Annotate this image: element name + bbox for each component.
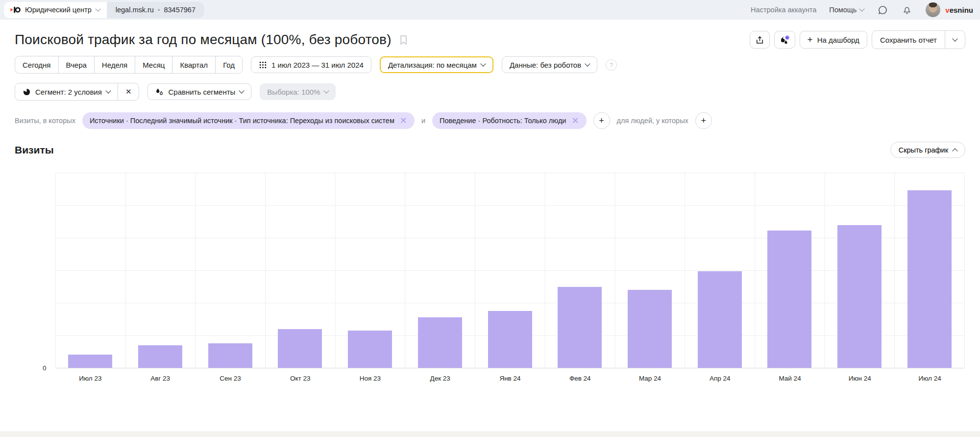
condition-chip[interactable]: Источники · Последний значимый источник … bbox=[82, 112, 415, 129]
segment-label: Сегмент: 2 условия bbox=[35, 88, 102, 96]
add-to-dashboard-button[interactable]: + На дашборд bbox=[800, 31, 867, 49]
chevron-down-icon bbox=[239, 88, 245, 93]
user-menu[interactable]: vesninu bbox=[926, 2, 973, 17]
chart-bar-Апр 24[interactable] bbox=[698, 271, 742, 368]
x-axis-label: Сен 23 bbox=[196, 375, 266, 382]
compare-segments-label: Сравнить сегменты bbox=[168, 88, 235, 96]
visits-condition-label: Визиты, в которых bbox=[15, 117, 75, 125]
segment-row: Сегмент: 2 условия ✕ Сравнить сегменты В… bbox=[15, 83, 965, 101]
period-button-0[interactable]: Сегодня bbox=[15, 56, 58, 73]
period-button-1[interactable]: Вчера bbox=[58, 56, 94, 73]
counter-selector-group: Юридический центр legal.msk.ru • 8345796… bbox=[4, 2, 204, 18]
ai-assistant-button[interactable] bbox=[774, 31, 795, 49]
add-people-condition-button[interactable]: + bbox=[695, 112, 712, 129]
visits-bar-chart: 0 Июл 23Авг 23Сен 23Окт 23Ноя 23Дек 23Ян… bbox=[41, 173, 965, 382]
account-settings-link[interactable]: Настройка аккаунта bbox=[751, 6, 816, 14]
period-button-3[interactable]: Месяц bbox=[135, 56, 172, 73]
date-range-button[interactable]: 1 июл 2023 — 31 июл 2024 bbox=[251, 56, 371, 73]
x-axis-label: Апр 24 bbox=[685, 375, 755, 382]
metrica-logo-icon bbox=[10, 5, 21, 15]
x-axis-label: Май 24 bbox=[755, 375, 825, 382]
help-label: Помощь bbox=[829, 6, 857, 14]
hide-chart-button[interactable]: Скрыть график bbox=[890, 142, 965, 158]
chevron-down-icon bbox=[859, 6, 865, 11]
bookmark-icon[interactable] bbox=[398, 34, 409, 46]
x-axis-label: Фев 24 bbox=[545, 375, 615, 382]
clear-segment-button[interactable]: ✕ bbox=[118, 83, 139, 100]
y-axis-zero-label: 0 bbox=[43, 364, 47, 372]
chart-plot-area: 0 bbox=[55, 173, 965, 368]
chart-bar-Май 24[interactable] bbox=[767, 231, 811, 368]
topbar-right: Настройка аккаунта Помощь vesninu bbox=[751, 2, 973, 17]
metrica-page: Юридический центр legal.msk.ru • 8345796… bbox=[0, 0, 980, 437]
footer-strip bbox=[0, 431, 980, 437]
period-button-4[interactable]: Квартал bbox=[172, 56, 215, 73]
help-question-icon[interactable]: ? bbox=[606, 59, 617, 71]
save-report-label: Сохранить отчет bbox=[880, 36, 937, 44]
compare-segments-dropdown[interactable]: Сравнить сегменты bbox=[147, 83, 251, 100]
chat-icon[interactable] bbox=[877, 4, 888, 16]
chart-bar-Июн 24[interactable] bbox=[837, 225, 882, 368]
title-actions: + На дашборд Сохранить отчет bbox=[750, 30, 965, 49]
counter-name: Юридический центр bbox=[25, 6, 92, 14]
x-axis-label: Авг 23 bbox=[125, 375, 196, 382]
counter-domain-id[interactable]: legal.msk.ru • 83457967 bbox=[107, 2, 204, 18]
close-icon: ✕ bbox=[125, 87, 132, 96]
chart-bar-Июл 23[interactable] bbox=[68, 355, 112, 368]
remove-condition-icon[interactable]: ✕ bbox=[571, 116, 579, 125]
people-condition-label: для людей, у которых bbox=[617, 117, 688, 125]
page-title: Поисковой трафик за год по месяцам (100%… bbox=[15, 32, 392, 48]
chevron-down-icon bbox=[105, 88, 111, 93]
chevron-down-icon bbox=[95, 6, 100, 11]
counter-selector[interactable]: Юридический центр bbox=[4, 2, 107, 18]
chart-bar-Янв 24[interactable] bbox=[488, 311, 532, 368]
x-axis-label: Июн 24 bbox=[825, 375, 895, 382]
data-mode-label: Данные: без роботов bbox=[510, 61, 581, 69]
detail-level-label: Детализация: по месяцам bbox=[388, 61, 477, 69]
chart-bar-Ноя 23[interactable] bbox=[348, 331, 392, 368]
export-share-button[interactable] bbox=[750, 31, 770, 49]
hide-chart-label: Скрыть график bbox=[899, 146, 948, 154]
add-visit-condition-button[interactable]: + bbox=[593, 112, 610, 129]
period-button-5[interactable]: Год bbox=[215, 56, 242, 73]
notifications-bell-icon[interactable] bbox=[901, 4, 913, 16]
date-range-label: 1 июл 2023 — 31 июл 2024 bbox=[271, 61, 364, 69]
save-report-button[interactable]: Сохранить отчет bbox=[872, 31, 945, 49]
add-to-dashboard-label: На дашборд bbox=[817, 36, 859, 44]
chevron-down-icon bbox=[324, 88, 329, 93]
and-label: и bbox=[421, 117, 425, 125]
sampling-dropdown[interactable]: Выборка: 100% bbox=[260, 83, 336, 100]
x-axis-label: Мар 24 bbox=[615, 375, 685, 382]
save-report-split-button: Сохранить отчет bbox=[872, 30, 965, 49]
metric-section-header: Визиты Скрыть график bbox=[15, 142, 965, 158]
chevron-up-icon bbox=[952, 148, 957, 154]
x-axis-label: Июл 23 bbox=[55, 375, 125, 382]
chart-bar-Дек 23[interactable] bbox=[418, 317, 462, 368]
save-report-menu-button[interactable] bbox=[945, 31, 965, 49]
remove-condition-icon[interactable]: ✕ bbox=[400, 116, 407, 125]
metric-title: Визиты bbox=[15, 144, 54, 156]
chart-bar-Мар 24[interactable] bbox=[628, 290, 672, 368]
chart-bar-Сен 23[interactable] bbox=[208, 343, 252, 368]
help-menu[interactable]: Помощь bbox=[829, 6, 864, 14]
data-mode-dropdown[interactable]: Данные: без роботов bbox=[502, 56, 597, 73]
separator-dot: • bbox=[158, 6, 160, 14]
x-axis-label: Ноя 23 bbox=[335, 375, 405, 382]
x-axis-label: Дек 23 bbox=[405, 375, 475, 382]
segment-dropdown[interactable]: Сегмент: 2 условия bbox=[15, 83, 118, 100]
detail-level-dropdown[interactable]: Детализация: по месяцам bbox=[380, 56, 493, 73]
chart-bar-Фев 24[interactable] bbox=[558, 287, 602, 368]
chart-bar-Июл 24[interactable] bbox=[907, 190, 952, 368]
chevron-down-icon bbox=[585, 61, 590, 66]
period-button-2[interactable]: Неделя bbox=[94, 56, 135, 73]
plus-icon: + bbox=[808, 35, 813, 44]
x-axis-labels: Июл 23Авг 23Сен 23Окт 23Ноя 23Дек 23Янв … bbox=[55, 368, 965, 382]
x-axis-label: Июл 24 bbox=[895, 375, 965, 382]
top-bar: Юридический центр legal.msk.ru • 8345796… bbox=[0, 0, 980, 20]
chart-bar-Окт 23[interactable] bbox=[278, 329, 322, 368]
condition-chip-text: Поведение · Роботность: Только люди bbox=[440, 117, 566, 125]
calendar-grid-icon bbox=[259, 61, 267, 69]
condition-chip[interactable]: Поведение · Роботность: Только люди ✕ bbox=[432, 112, 586, 129]
chart-bar-Авг 23[interactable] bbox=[138, 345, 182, 368]
x-axis-label: Окт 23 bbox=[265, 375, 335, 382]
